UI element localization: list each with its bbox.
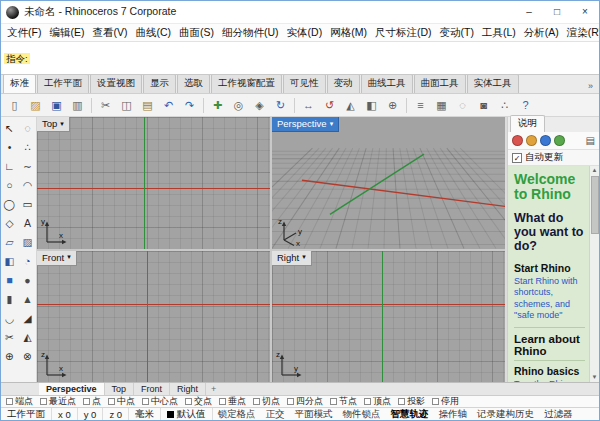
status-cplane[interactable]: 工作平面 <box>1 408 52 420</box>
point-icon[interactable]: • <box>1 138 18 157</box>
osnap-item-7[interactable]: 切点 <box>253 395 280 407</box>
viewport-title-perspective[interactable]: Perspective ▾ <box>272 117 339 132</box>
revolve-surface-icon[interactable]: ◔ <box>19 252 36 271</box>
checkbox-icon[interactable] <box>330 398 337 405</box>
print-icon[interactable]: ▥ <box>68 96 87 115</box>
undo-icon[interactable]: ↶ <box>159 96 178 115</box>
viewport-perspective[interactable]: Perspective ▾ z y x <box>272 117 505 249</box>
tour-rhino-link[interactable]: Tour the Rhino <box>514 379 585 382</box>
checkbox-icon[interactable] <box>398 398 405 405</box>
scale-icon[interactable]: ◭ <box>341 96 360 115</box>
osnap-item-11[interactable]: 投影 <box>398 395 425 407</box>
status-toggle-3[interactable]: 物件锁点 <box>338 408 386 421</box>
osnap-item-0[interactable]: 端点 <box>6 395 33 407</box>
viewport-tab-perspective[interactable]: Perspective <box>39 383 105 395</box>
osnap-item-10[interactable]: 顶点 <box>364 395 391 407</box>
close-button[interactable]: × <box>571 1 599 23</box>
rotate-icon[interactable]: ↺ <box>320 96 339 115</box>
menu-item-9[interactable]: 变动(T) <box>435 26 477 40</box>
osnap-item-2[interactable]: 点 <box>83 395 101 407</box>
mirror-icon[interactable]: ◧ <box>362 96 381 115</box>
fillet-icon[interactable]: ◡ <box>1 309 18 328</box>
arc-icon[interactable]: ◠ <box>19 176 36 195</box>
status-toggle-7[interactable]: 过滤器 <box>539 408 578 421</box>
copy-icon[interactable]: ◫ <box>117 96 136 115</box>
status-units[interactable]: 毫米 <box>129 408 161 420</box>
circle-icon[interactable]: ○ <box>1 176 18 195</box>
toolbar-tab-6[interactable]: 可见性 <box>283 75 326 93</box>
menu-item-8[interactable]: 尺寸标注(D) <box>371 26 436 40</box>
scroll-down-icon[interactable]: ▼ <box>592 373 598 382</box>
menu-item-2[interactable]: 查看(V) <box>88 26 131 40</box>
status-toggle-1[interactable]: 正交 <box>261 408 290 421</box>
layers-icon[interactable]: ≡ <box>411 96 430 115</box>
menu-item-11[interactable]: 分析(A) <box>520 26 563 40</box>
viewport-title-right[interactable]: Right ▾ <box>272 251 312 266</box>
zoom-extents-icon[interactable]: ◈ <box>250 96 269 115</box>
chamfer-icon[interactable]: ◢ <box>19 309 36 328</box>
viewport-tab-right[interactable]: Right <box>170 383 206 395</box>
checkbox-icon[interactable] <box>185 398 192 405</box>
menu-item-10[interactable]: 工具(L) <box>478 26 520 40</box>
layers-tab-icon[interactable] <box>526 135 537 146</box>
rotate-view-icon[interactable]: ↻ <box>271 96 290 115</box>
properties-tab-icon[interactable] <box>512 135 523 146</box>
status-z[interactable]: z 0 <box>103 408 129 420</box>
checkbox-icon[interactable] <box>108 398 115 405</box>
object-snap-icon[interactable]: ∴ <box>495 96 514 115</box>
join-icon[interactable]: ⊕ <box>383 96 402 115</box>
split-icon[interactable]: ◭ <box>19 328 36 347</box>
save-file-icon[interactable]: ▣ <box>47 96 66 115</box>
cone-solid-icon[interactable]: ▲ <box>19 290 36 309</box>
paste-icon[interactable]: ▤ <box>138 96 157 115</box>
menu-item-1[interactable]: 编辑(E) <box>45 26 88 40</box>
explode-icon[interactable]: ⊗ <box>19 347 36 366</box>
move-icon[interactable]: ↔ <box>299 96 318 115</box>
loft-surface-icon[interactable]: ▨ <box>19 233 36 252</box>
help-tab-icon[interactable] <box>554 135 565 146</box>
osnap-item-6[interactable]: 垂点 <box>219 395 246 407</box>
minimize-button[interactable]: – <box>515 1 543 23</box>
status-x[interactable]: x 0 <box>52 408 78 420</box>
tab-overflow-icon[interactable]: » <box>584 81 597 93</box>
menu-item-4[interactable]: 曲面(S) <box>175 26 218 40</box>
new-viewport-tab[interactable]: + <box>206 383 221 395</box>
pan-view-icon[interactable]: ✚ <box>208 96 227 115</box>
extrude-surface-icon[interactable]: ◧ <box>1 252 18 271</box>
sphere-solid-icon[interactable]: ● <box>19 271 36 290</box>
menu-item-7[interactable]: 网格(M) <box>326 26 371 40</box>
box-solid-icon[interactable]: ■ <box>1 271 18 290</box>
toolbar-tab-0[interactable]: 标准 <box>3 75 36 93</box>
free-curve-icon[interactable]: ∼ <box>19 157 36 176</box>
checkbox-icon[interactable] <box>40 398 47 405</box>
command-prompt[interactable]: 指令: <box>4 53 30 64</box>
viewport-right[interactable]: Right ▾ z y <box>272 251 505 383</box>
cut-icon[interactable]: ✂ <box>96 96 115 115</box>
menu-item-3[interactable]: 曲线(C) <box>131 26 175 40</box>
auto-update-checkbox[interactable]: ✓ <box>512 153 522 163</box>
object-properties-icon[interactable]: ▦ <box>432 96 451 115</box>
menu-item-12[interactable]: 渲染(R) <box>563 26 599 40</box>
toolbar-tab-1[interactable]: 工作平面 <box>37 75 89 93</box>
osnap-item-3[interactable]: 中点 <box>108 395 135 407</box>
menu-item-5[interactable]: 细分物件(U) <box>218 26 283 40</box>
checkbox-icon[interactable] <box>219 398 226 405</box>
checkbox-icon[interactable] <box>83 398 90 405</box>
status-toggle-4[interactable]: 智慧轨迹 <box>386 408 434 421</box>
hide-objects-icon[interactable]: ◌ <box>453 96 472 115</box>
polygon-icon[interactable]: ◇ <box>1 214 18 233</box>
viewport-tab-top[interactable]: Top <box>105 383 135 395</box>
zoom-dynamic-icon[interactable]: ◎ <box>229 96 248 115</box>
toolbar-tab-5[interactable]: 工作视窗配置 <box>211 75 282 93</box>
select-cursor-icon[interactable]: ↖ <box>1 119 18 138</box>
osnap-item-8[interactable]: 四分点 <box>287 395 323 407</box>
checkbox-icon[interactable] <box>142 398 149 405</box>
lock-objects-icon[interactable]: ◙ <box>474 96 493 115</box>
trim-icon[interactable]: ✂ <box>1 328 18 347</box>
display-tab-icon[interactable] <box>540 135 551 146</box>
point-cloud-icon[interactable]: ∴ <box>19 138 36 157</box>
start-rhino-link[interactable]: Start Rhino with shortcuts, schemes, and… <box>514 276 585 321</box>
osnap-item-9[interactable]: 节点 <box>330 395 357 407</box>
panel-menu-icon[interactable]: ▤ <box>586 135 595 146</box>
menu-item-0[interactable]: 文件(F) <box>3 26 45 40</box>
